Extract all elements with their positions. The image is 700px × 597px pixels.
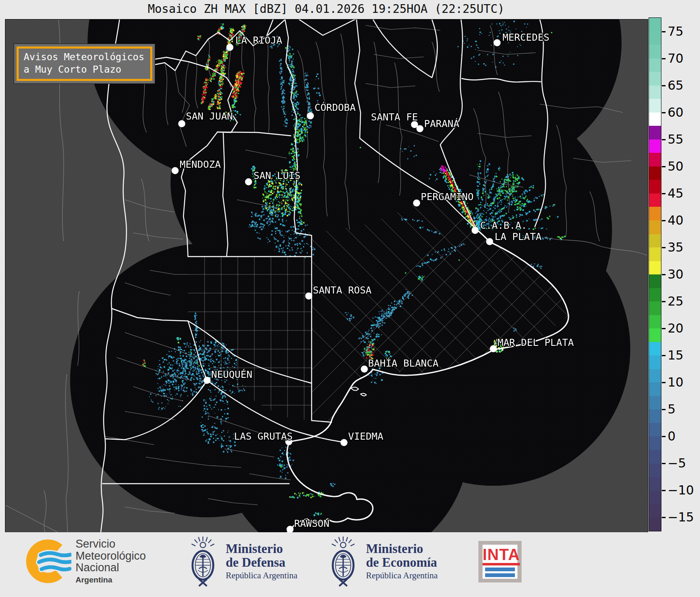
- warning-line-1: Avisos Meteorológicos: [24, 51, 144, 63]
- colorbar-tick-label: 60: [668, 105, 683, 120]
- colorbar-tick: [662, 301, 666, 302]
- radar-mosaic-page: { "title": "Mosaico ZH MAX [dBZ] 04.01.2…: [0, 0, 700, 597]
- colorbar-tick: [662, 220, 666, 221]
- colorbar-tick: [662, 193, 666, 194]
- colorbar-segment: [649, 86, 661, 99]
- colorbar-tick-label: −15: [668, 509, 694, 525]
- colorbar-segment: [649, 72, 661, 86]
- colorbar-segment: [649, 382, 661, 396]
- colorbar-tick: [662, 58, 666, 59]
- ministerio-economia-logo: Ministerio de Economía República Argenti…: [327, 536, 438, 587]
- city-label: PERGAMINO: [421, 191, 473, 203]
- colorbar-tick-label: 45: [668, 186, 683, 201]
- city-label: LAS GRUTAS: [234, 431, 293, 442]
- colorbar-segment: [649, 207, 661, 220]
- city-label: LA PLATA: [495, 231, 541, 242]
- colorbar-tick: [662, 463, 666, 464]
- colorbar-segment: [649, 504, 661, 518]
- city-label: SANTA ROSA: [313, 284, 371, 296]
- smn-logo-text: Servicio Meteorológico Nacional Argentin…: [76, 538, 146, 584]
- colorbar-tick: [662, 517, 666, 518]
- economia-line3: República Argentina: [366, 570, 438, 581]
- colorbar-tick-label: 50: [668, 159, 683, 174]
- colorbar-segment: [649, 139, 661, 153]
- colorbar-segment: [649, 464, 661, 477]
- colorbar-segment: [649, 59, 661, 72]
- city-marker: NEUQUÉN: [204, 369, 253, 384]
- colorbar-tick-label: 5: [668, 401, 676, 417]
- ministerio-defensa-logo: Ministerio de Defensa República Argentin…: [187, 536, 298, 587]
- city-marker: LA PLATA: [486, 231, 542, 245]
- city-label: CÓRDOBA: [315, 102, 356, 113]
- colorbar-segment: [649, 113, 661, 126]
- province-borders: [101, 20, 568, 533]
- economia-text: Ministerio de Economía República Argenti…: [366, 542, 438, 581]
- city-dot: [486, 238, 493, 245]
- inta-frame: INTA: [478, 541, 522, 582]
- city-label: PARANÁ: [424, 118, 459, 130]
- colorbar-segment: [649, 450, 661, 464]
- city-marker: LA RIOJA: [227, 34, 283, 51]
- city-dot: [307, 113, 314, 120]
- city-dot: [490, 345, 497, 352]
- colorbar-segment: [649, 409, 661, 423]
- city-marker: CÓRDOBA: [307, 102, 356, 120]
- city-marker: SANTA FE: [371, 111, 418, 128]
- defensa-line2: de Defensa: [226, 555, 298, 569]
- city-label: VIEDMA: [348, 431, 383, 442]
- inta-inner: INTA: [483, 545, 517, 579]
- colorbar-segment: [649, 288, 661, 302]
- city-dot: [494, 39, 501, 46]
- smn-c-icon: [23, 538, 71, 585]
- colorbar-segment: [649, 126, 661, 139]
- city-marker: MENDOZA: [172, 159, 221, 174]
- colorbar-tick-label: −10: [668, 482, 694, 498]
- city-marker: MAR DEL PLATA: [490, 337, 574, 352]
- colorbar-segment: [649, 247, 661, 261]
- smn-logo: Servicio Meteorológico Nacional Argentin…: [23, 538, 146, 585]
- footer-logos: Servicio Meteorológico Nacional Argentin…: [0, 532, 700, 597]
- colorbar-tick-label: 10: [668, 374, 683, 390]
- city-dot: [417, 125, 424, 132]
- colorbar-tick: [662, 139, 666, 140]
- colorbar-segment: [649, 274, 661, 288]
- colorbar-segment: [649, 369, 661, 383]
- city-marker: VIEDMA: [341, 431, 383, 446]
- city-marker: LAS GRUTAS: [234, 431, 293, 445]
- colorbar-tick: [662, 112, 666, 113]
- city-dot: [305, 293, 312, 300]
- city-label: SAN LUIS: [254, 170, 300, 181]
- colorbar-tick-label: 75: [668, 24, 683, 39]
- inta-bar-2: [485, 573, 515, 577]
- smn-line3: Nacional: [76, 562, 146, 573]
- page-title: Mosaico ZH MAX [dBZ] 04.01.2026 19:25HOA…: [5, 2, 647, 16]
- buenos-aires-department-lattice: [158, 175, 648, 440]
- colorbar-tick: [662, 409, 666, 410]
- colorbar-segment: [649, 396, 661, 410]
- city-label: SANTA FE: [371, 111, 418, 123]
- colorbar-tick-label: 25: [668, 294, 683, 309]
- city-dot: [472, 227, 479, 234]
- defensa-line3: República Argentina: [226, 570, 298, 581]
- colorbar-tick: [662, 85, 666, 86]
- colorbar-segment: [649, 423, 661, 437]
- colorbar-tick: [662, 382, 666, 383]
- inta-bar-1: [485, 568, 515, 571]
- smn-line4: Argentina: [76, 575, 146, 585]
- city-label: MENDOZA: [180, 159, 221, 170]
- economia-line1: Ministerio: [366, 542, 438, 555]
- city-label: MAR DEL PLATA: [498, 337, 574, 348]
- defensa-crest-icon: [187, 536, 219, 587]
- warning-banner: Avisos Meteorológicos a Muy Corto Plazo: [14, 44, 155, 84]
- colorbar-tick-label: 0: [668, 428, 676, 444]
- map-borders-layer: LA RIOJAMERCEDESSAN JUANCÓRDOBASANTA FEP…: [5, 20, 648, 533]
- colorbar-segment: [649, 99, 661, 113]
- colorbar-tick: [662, 31, 666, 32]
- la-pampa-grid: [188, 257, 312, 421]
- city-label: LA RIOJA: [235, 34, 282, 46]
- city-label: C.A.B.A.: [480, 220, 527, 231]
- city-dot: [178, 120, 185, 127]
- city-label: SAN JUAN: [186, 110, 233, 122]
- city-label: RAWSON: [294, 518, 329, 529]
- city-dot: [287, 526, 294, 533]
